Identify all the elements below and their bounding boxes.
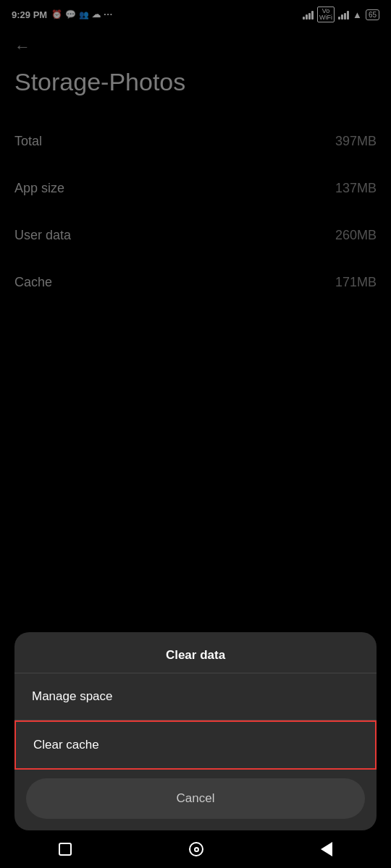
- home-icon: [189, 842, 203, 856]
- home-dot: [194, 847, 199, 852]
- back-icon: [321, 842, 332, 856]
- navigation-bar: [0, 830, 391, 868]
- sheet-title: Clear data: [14, 632, 377, 673]
- clear-cache-label: Clear cache: [33, 738, 99, 752]
- home-nav-button[interactable]: [189, 842, 203, 856]
- manage-space-option[interactable]: Manage space: [14, 673, 377, 720]
- bottom-sheet: Clear data Manage space Clear cache Canc…: [14, 632, 377, 830]
- clear-cache-option[interactable]: Clear cache: [14, 720, 377, 770]
- recents-nav-button[interactable]: [59, 843, 72, 856]
- cancel-button[interactable]: Cancel: [26, 778, 365, 819]
- manage-space-label: Manage space: [32, 689, 113, 703]
- back-nav-button[interactable]: [321, 842, 332, 856]
- recents-icon: [59, 843, 72, 856]
